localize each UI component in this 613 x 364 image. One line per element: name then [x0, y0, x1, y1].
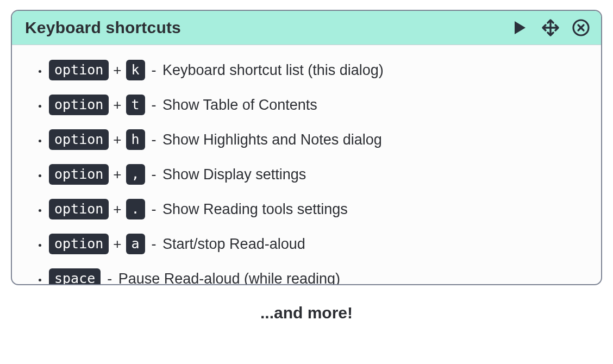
key-badge: option — [49, 234, 109, 254]
key-plus: + — [110, 133, 124, 147]
key-dash: - — [146, 133, 159, 147]
shortcut-description: Pause Read-aloud (while reading) — [114, 271, 340, 285]
shortcut-description: Keyboard shortcut list (this dialog) — [159, 62, 384, 78]
key-badge: h — [126, 129, 145, 150]
svg-marker-0 — [515, 21, 526, 34]
play-icon[interactable] — [511, 18, 529, 37]
key-dash: - — [146, 167, 159, 182]
dialog-body: option+k- Keyboard shortcut list (this d… — [12, 45, 601, 284]
key-badge: option — [49, 199, 109, 219]
key-badge: k — [126, 60, 145, 80]
shortcut-item: option+.- Show Reading tools settings — [48, 192, 590, 227]
shortcut-item: space- Pause Read-aloud (while reading) — [48, 261, 590, 284]
shortcut-item: option+k- Keyboard shortcut list (this d… — [48, 53, 590, 87]
shortcut-item: option+a- Start/stop Read-aloud — [48, 227, 590, 261]
shortcut-description: Show Reading tools settings — [159, 201, 348, 217]
key-dash: - — [146, 237, 159, 252]
shortcut-list: option+k- Keyboard shortcut list (this d… — [23, 53, 590, 284]
key-plus: + — [110, 98, 124, 112]
key-badge: option — [49, 164, 109, 185]
key-plus: + — [110, 202, 124, 216]
key-badge: . — [126, 199, 145, 219]
key-plus: + — [110, 167, 124, 181]
shortcut-item: option+h- Show Highlights and Notes dial… — [48, 122, 590, 157]
dialog-header: Keyboard shortcuts — [12, 11, 601, 45]
key-badge: a — [126, 234, 145, 254]
footer-more-text: ...and more! — [11, 304, 602, 322]
dialog-header-controls — [511, 18, 590, 37]
shortcut-description: Start/stop Read-aloud — [159, 236, 305, 252]
shortcut-description: Show Table of Contents — [159, 97, 317, 113]
key-dash: - — [146, 63, 159, 78]
shortcut-description: Show Display settings — [159, 166, 306, 183]
key-dash: - — [146, 202, 159, 217]
keyboard-shortcuts-dialog: Keyboard shortcuts — [11, 10, 602, 285]
shortcut-description: Show Highlights and Notes dialog — [159, 131, 382, 148]
key-badge: option — [49, 95, 109, 115]
key-badge: , — [126, 164, 145, 185]
key-plus: + — [110, 63, 124, 77]
key-dash: - — [102, 272, 114, 285]
close-icon[interactable] — [572, 18, 590, 37]
key-badge: space — [49, 268, 101, 284]
key-badge: option — [49, 129, 109, 150]
move-icon[interactable] — [541, 18, 560, 37]
key-badge: t — [126, 95, 145, 115]
key-plus: + — [110, 237, 124, 251]
key-dash: - — [146, 98, 159, 112]
shortcut-item: option+,- Show Display settings — [48, 157, 590, 192]
shortcut-item: option+t- Show Table of Contents — [48, 87, 590, 122]
key-badge: option — [49, 60, 109, 80]
dialog-title: Keyboard shortcuts — [25, 18, 511, 37]
